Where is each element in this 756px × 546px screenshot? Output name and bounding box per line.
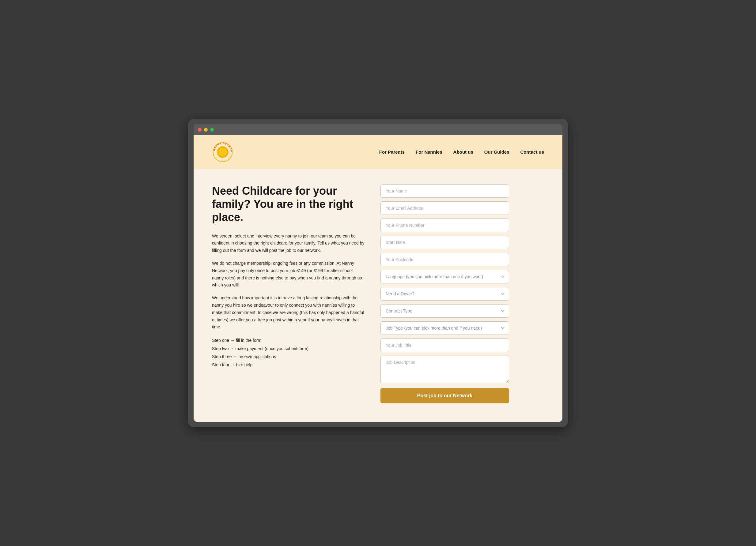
name-input[interactable]: [380, 184, 509, 198]
step-2: Step two → make payment (once you submit…: [212, 344, 365, 353]
body-paragraph-2: We do not charge membership, ongoing fee…: [212, 260, 365, 289]
browser-chrome: [194, 124, 562, 135]
minimize-button-dot[interactable]: [204, 128, 208, 132]
nav-about-us[interactable]: About us: [453, 149, 473, 155]
maximize-button-dot[interactable]: [210, 128, 214, 132]
site-logo: NANNY NETWORK · · · · · · · · ·: [212, 141, 233, 163]
main-nav: For Parents For Nannies About us Our Gui…: [379, 149, 544, 155]
steps-list: Step one → fill in the form Step two → m…: [212, 336, 365, 369]
nav-for-parents[interactable]: For Parents: [379, 149, 405, 155]
nav-contact-us[interactable]: Contact us: [520, 149, 544, 155]
nav-our-guides[interactable]: Our Guides: [484, 149, 509, 155]
email-input[interactable]: [380, 202, 509, 215]
contact-form: Language (you can pick more than one if …: [380, 184, 509, 403]
step-3: Step three → receive applications: [212, 352, 365, 361]
contract-type-select[interactable]: Contract Type: [380, 304, 509, 318]
left-column: Need Childcare for your family? You are …: [212, 184, 365, 369]
body-paragraph-1: We screen, select and interview every na…: [212, 233, 365, 254]
phone-input[interactable]: [380, 219, 509, 232]
logo-area: NANNY NETWORK · · · · · · · · ·: [212, 141, 233, 163]
job-description-textarea[interactable]: [380, 356, 509, 383]
language-select[interactable]: Language (you can pick more than one if …: [380, 270, 509, 283]
main-content: Need Childcare for your family? You are …: [194, 169, 562, 422]
nav-for-nannies[interactable]: For Nannies: [416, 149, 442, 155]
close-button-dot[interactable]: [198, 128, 202, 132]
svg-point-2: [217, 146, 229, 158]
body-paragraph-3: We understand how important it is to hav…: [212, 294, 365, 331]
browser-content: NANNY NETWORK · · · · · · · · · For Pare…: [194, 135, 562, 422]
site-header: NANNY NETWORK · · · · · · · · · For Pare…: [194, 135, 562, 169]
job-type-select[interactable]: Job Type (you can pick more than one if …: [380, 321, 509, 335]
hero-title: Need Childcare for your family? You are …: [212, 184, 365, 224]
driver-select[interactable]: Need a Driver?: [380, 287, 509, 300]
start-date-input[interactable]: [380, 236, 509, 249]
postcode-input[interactable]: [380, 253, 509, 266]
step-1: Step one → fill in the form: [212, 336, 365, 344]
step-4: Step four → hire help!: [212, 361, 365, 369]
browser-frame: NANNY NETWORK · · · · · · · · · For Pare…: [188, 119, 568, 427]
submit-button[interactable]: Post job to our Network: [380, 388, 509, 403]
job-title-input[interactable]: [380, 338, 509, 352]
